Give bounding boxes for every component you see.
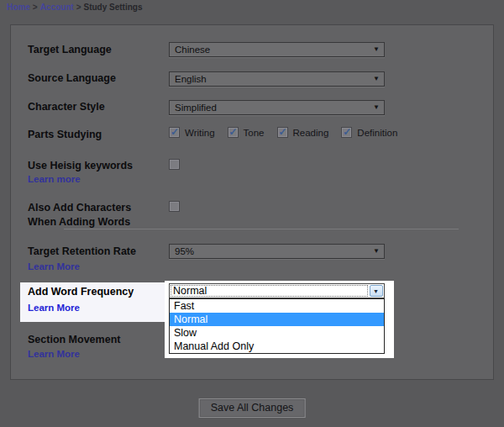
study-settings-panel: Target Language Chinese ▼ Source Languag… [10,24,494,380]
section-movement-learn-more-link[interactable]: Learn More [28,349,80,360]
also-add-characters-label-line2: When Adding Words [28,216,130,228]
target-retention-rate-label: Target Retention Rate [28,245,136,257]
option-fast[interactable]: Fast [170,299,384,313]
breadcrumb-home-link[interactable]: Home [7,3,30,12]
breadcrumb-current-page: Study Settings [83,3,142,12]
source-language-value: English [175,74,207,84]
use-heisig-learn-more-link[interactable]: Learn more [28,174,81,185]
source-language-select[interactable]: English ▼ [169,71,385,87]
option-normal[interactable]: Normal [170,313,384,326]
dropdown-button[interactable]: ▼ [370,285,383,297]
tone-checkbox-label: Tone [244,128,265,138]
tone-checkbox[interactable] [228,127,239,138]
target-language-select[interactable]: Chinese ▼ [169,42,385,57]
use-heisig-checkbox[interactable] [169,159,180,170]
add-word-frequency-learn-more-link[interactable]: Learn More [28,303,80,314]
writing-checkbox-label: Writing [185,128,215,138]
source-language-label: Source Language [28,72,116,84]
writing-checkbox[interactable] [169,127,180,138]
chevron-down-icon: ▼ [373,46,380,53]
also-add-characters-label-line1: Also Add Characters [28,202,131,214]
option-slow[interactable]: Slow [170,326,384,340]
use-heisig-label: Use Heisig keywords [28,160,133,171]
target-language-label: Target Language [28,44,112,55]
parts-studying-label: Parts Studying [28,129,102,140]
reading-checkbox[interactable] [277,127,288,138]
chevron-down-icon: ▼ [373,288,379,294]
definition-checkbox[interactable] [341,127,352,138]
add-word-frequency-label: Add Word Frequency [28,286,134,298]
chevron-down-icon: ▼ [373,76,380,82]
save-all-changes-button[interactable]: Save All Changes [199,398,306,418]
checkbox-item-writing: Writing [169,127,215,138]
section-divider [64,229,459,229]
also-add-characters-checkbox[interactable] [169,201,180,212]
character-style-label: Character Style [28,101,105,113]
target-language-value: Chinese [175,45,210,55]
section-movement-label: Section Movement [28,334,120,345]
add-word-frequency-options-list: Fast Normal Slow Manual Add Only [169,298,385,354]
checkbox-item-reading: Reading [277,127,329,138]
breadcrumb-account-link[interactable]: Account [40,3,74,12]
target-retention-rate-value: 95% [175,246,194,256]
checkbox-item-definition: Definition [341,127,397,138]
checkbox-item-tone: Tone [228,127,265,138]
chevron-down-icon: ▼ [373,104,380,111]
target-retention-learn-more-link[interactable]: Learn More [28,261,80,272]
breadcrumb-separator: > [76,3,81,12]
option-manual-add-only[interactable]: Manual Add Only [170,340,384,353]
add-word-frequency-select[interactable]: Normal ▼ [169,283,385,298]
breadcrumb: Home>Account>Study Settings [7,3,143,12]
study-settings-page: { "breadcrumb": { "separator": ">", "ite… [0,0,504,427]
chevron-down-icon: ▼ [373,248,380,255]
parts-studying-group: Writing Tone Reading Definition [169,127,410,138]
target-retention-rate-select[interactable]: 95% ▼ [169,244,385,259]
character-style-value: Simplified [175,103,217,113]
breadcrumb-separator: > [33,3,38,12]
character-style-select[interactable]: Simplified ▼ [169,100,385,115]
add-word-frequency-value: Normal [173,285,207,297]
reading-checkbox-label: Reading [293,128,329,138]
definition-checkbox-label: Definition [357,128,397,138]
